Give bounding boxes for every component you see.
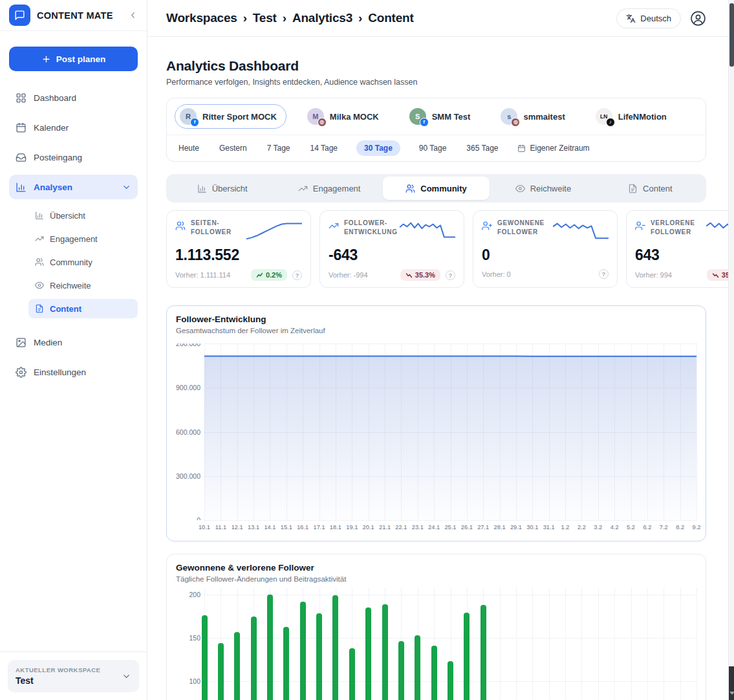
account-chip-milka-mock[interactable]: M◎Milka MOCK xyxy=(302,104,389,129)
nav-item-posteingang[interactable]: Posteingang xyxy=(9,145,138,170)
tab-engagement[interactable]: Engagement xyxy=(275,177,382,200)
nav-item-kalender[interactable]: Kalender xyxy=(9,115,138,140)
change-badge: 35.3% xyxy=(400,269,440,281)
stat-previous: Vorher: 0 xyxy=(482,270,511,278)
page-subtitle: Performance verfolgen, Insights entdecke… xyxy=(166,78,706,87)
scrollbar-thumb[interactable] xyxy=(729,3,734,67)
languages-icon xyxy=(626,14,636,23)
bar-13.1 xyxy=(251,617,257,700)
sub-item-content[interactable]: Content xyxy=(28,299,138,318)
stat-card-gewonnene-follower: GEWONNENE FOLLOWER0Vorher: 0? xyxy=(473,210,618,288)
stat-cards-row: SEITEN-FOLLOWER1.113.552Vorher: 1.111.11… xyxy=(166,210,706,288)
bar-11.1 xyxy=(218,643,224,700)
time-range-heute[interactable]: Heute xyxy=(177,140,200,156)
x-tick-label: 30.1 xyxy=(526,524,538,530)
help-icon[interactable]: ? xyxy=(599,269,609,279)
time-range-gestern[interactable]: Gestern xyxy=(218,140,248,156)
account-chip-smm-test[interactable]: SfSMM Test xyxy=(404,104,480,129)
breadcrumb-item[interactable]: Analytics3 xyxy=(292,11,352,25)
bar-18.1 xyxy=(332,595,338,700)
sub-item-community[interactable]: Community xyxy=(28,252,138,272)
x-tick-label: 16.1 xyxy=(297,524,308,530)
gear-icon xyxy=(16,367,27,378)
tab-community[interactable]: Community xyxy=(383,177,490,200)
sub-item-übersicht[interactable]: Übersicht xyxy=(28,206,138,225)
chart-icon xyxy=(35,211,44,220)
time-range-14-tage[interactable]: 14 Tage xyxy=(309,140,340,156)
sidebar-collapse-button[interactable] xyxy=(128,10,138,20)
gridline-vertical xyxy=(614,588,615,700)
bar-chart-plot xyxy=(204,588,696,700)
account-chip-lifenmotion[interactable]: LN♪LifeNMotion xyxy=(590,104,676,129)
breadcrumb-item[interactable]: Test xyxy=(253,11,277,25)
bar-20.1 xyxy=(365,607,371,700)
gridline-vertical xyxy=(664,588,664,700)
user-minus-icon xyxy=(635,221,645,231)
bar-16.1 xyxy=(300,602,306,700)
nav-label: Einstellungen xyxy=(34,367,86,377)
tab-übersicht[interactable]: Übersicht xyxy=(169,177,275,200)
analysen-children: ÜbersichtEngagementCommunityReichweiteCo… xyxy=(0,206,147,322)
post-planen-button[interactable]: Post planen xyxy=(9,47,138,71)
tab-label: Engagement xyxy=(313,184,361,193)
tab-content[interactable]: Content xyxy=(597,177,704,200)
help-icon[interactable]: ? xyxy=(292,270,302,280)
stat-label: SEITEN-FOLLOWER xyxy=(191,219,246,237)
language-label: Deutsch xyxy=(640,14,671,23)
doc-icon xyxy=(35,304,44,313)
tab-reichweite[interactable]: Reichweite xyxy=(490,177,596,200)
post-planen-label: Post planen xyxy=(56,54,106,64)
help-icon[interactable]: ? xyxy=(446,270,455,280)
nav-item-analysen[interactable]: Analysen xyxy=(9,175,138,199)
nav-item-medien[interactable]: Medien xyxy=(9,330,138,355)
x-tick-label: 11.1 xyxy=(215,524,226,530)
time-range-90-tage[interactable]: 90 Tage xyxy=(418,140,448,156)
scrollbar-down-button[interactable] xyxy=(729,666,734,700)
main-header: Workspaces›Test›Analytics3›Content Deuts… xyxy=(147,0,734,37)
language-button[interactable]: Deutsch xyxy=(616,8,681,28)
bar-12.1 xyxy=(234,632,240,700)
x-tick-label: 6.2 xyxy=(643,524,651,530)
grid-icon xyxy=(16,93,27,104)
nav-item-dashboard[interactable]: Dashboard xyxy=(9,85,138,110)
trend-icon xyxy=(329,221,339,231)
breadcrumb-item[interactable]: Workspaces xyxy=(166,11,237,25)
user-account-button[interactable] xyxy=(690,10,706,27)
account-chip-smmaitest[interactable]: s◎smmaitest xyxy=(495,104,574,129)
bar-23.1 xyxy=(415,635,420,700)
workspace-selector[interactable]: AKTUELLER WORKSPACE Test xyxy=(8,660,139,692)
bar-17.1 xyxy=(316,613,322,700)
time-range-365-tage[interactable]: 365 Tage xyxy=(465,140,499,156)
y-tick-label: 150 xyxy=(189,634,200,642)
page-content: Analytics Dashboard Performance verfolge… xyxy=(147,37,734,700)
bar-25.1 xyxy=(448,661,453,700)
sparkline xyxy=(246,219,302,242)
account-chip-ritter-sport-mock[interactable]: RfRitter Sport MOCK xyxy=(175,104,286,129)
stat-label: FOLLOWER-ENTWICKLUNG xyxy=(344,219,400,237)
nav-label: Dashboard xyxy=(34,93,76,103)
time-range-30-tage[interactable]: 30 Tage xyxy=(356,140,400,156)
user-circle-icon xyxy=(690,10,706,27)
breadcrumb-item: Content xyxy=(368,11,413,25)
time-range-7-tage[interactable]: 7 Tage xyxy=(266,140,292,156)
page-title: Analytics Dashboard xyxy=(166,58,706,74)
nav-label: Engagement xyxy=(50,234,98,244)
chart-icon xyxy=(197,184,207,193)
page-scrollbar[interactable] xyxy=(728,0,734,700)
brand-name: CONTENT MATE xyxy=(37,10,113,21)
custom-time-range-button[interactable]: Eigener Zeitraum xyxy=(517,144,590,153)
nav-item-einstellungen[interactable]: Einstellungen xyxy=(9,360,138,384)
x-tick-label: 12.1 xyxy=(232,524,243,530)
account-avatar: s◎ xyxy=(501,108,517,125)
trend-down-icon xyxy=(405,272,413,278)
account-name: Milka MOCK xyxy=(330,112,379,122)
plus-icon xyxy=(41,54,51,64)
bar-22.1 xyxy=(398,641,404,700)
sub-item-engagement[interactable]: Engagement xyxy=(28,229,138,248)
nav-label: Posteingang xyxy=(34,153,82,162)
sub-item-reichweite[interactable]: Reichweite xyxy=(28,276,138,295)
sidebar-header: CONTENT MATE xyxy=(0,0,147,31)
eye-icon xyxy=(515,184,525,193)
follower-entwicklung-chart-card: Follower-Entwicklung Gesamtwachstum der … xyxy=(166,305,706,541)
x-tick-label: 25.1 xyxy=(444,524,456,530)
